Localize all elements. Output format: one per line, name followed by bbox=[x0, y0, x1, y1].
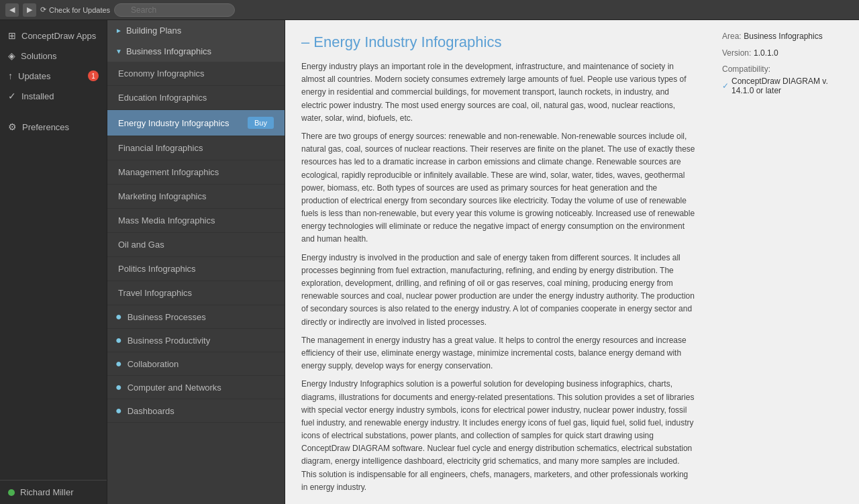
compat-info: Compatibility: ✓ ConceptDraw DIAGRAM v. … bbox=[722, 64, 848, 95]
bullet-business-productivity: ● bbox=[115, 334, 122, 346]
content-info-sidebar: Area: Business Infographics Version: 1.0… bbox=[711, 20, 859, 504]
list-item-financial[interactable]: Financial Infographics bbox=[107, 136, 285, 160]
refresh-icon: ⟳ bbox=[40, 5, 46, 14]
list-item-oil-gas[interactable]: Oil and Gas bbox=[107, 233, 285, 257]
sidebar-label-preferences: Preferences bbox=[22, 122, 69, 132]
user-name: Richard Miller bbox=[20, 487, 73, 497]
description-p2: There are two groups of energy sources: … bbox=[301, 130, 695, 246]
solutions-icon: ◈ bbox=[8, 50, 15, 61]
content-area: Energy Industry Infographics Energy indu… bbox=[285, 20, 859, 504]
updates-badge: 1 bbox=[88, 70, 99, 81]
section-business-infographics[interactable]: ▼ Business Infographics bbox=[107, 41, 285, 62]
sidebar-label-installed: Installed bbox=[21, 91, 54, 101]
buy-button-energy[interactable]: Buy bbox=[248, 117, 274, 129]
sub-item-dashboards[interactable]: ● Dashboards bbox=[107, 399, 285, 423]
area-value: Business Infographics bbox=[744, 32, 822, 41]
description-p1: Energy industry plays an important role … bbox=[301, 60, 695, 125]
top-bar: ◀ ▶ ⟳ Check for Updates 🔍 bbox=[0, 0, 859, 20]
back-button[interactable]: ◀ bbox=[5, 3, 19, 17]
section-building-plans[interactable]: ► Building Plans bbox=[107, 20, 285, 41]
sidebar-item-conceptdraw-apps[interactable]: ⊞ ConceptDraw Apps bbox=[0, 26, 107, 46]
area-label: Area: bbox=[722, 32, 742, 41]
version-info: Version: 1.0.1.0 bbox=[722, 48, 848, 58]
sidebar-item-solutions[interactable]: ◈ Solutions bbox=[0, 46, 107, 66]
list-item-politics[interactable]: Politics Infographics bbox=[107, 257, 285, 281]
list-item-travel[interactable]: Travel Infographics bbox=[107, 281, 285, 305]
area-info: Area: Business Infographics bbox=[722, 31, 848, 41]
list-item-energy[interactable]: Energy Industry Infographics Buy bbox=[107, 110, 285, 136]
search-wrapper: 🔍 bbox=[114, 3, 235, 17]
compat-value: ConceptDraw DIAGRAM v. 14.1.0 or later bbox=[731, 77, 848, 95]
installed-icon: ✓ bbox=[8, 91, 16, 101]
building-plans-label: Building Plans bbox=[126, 26, 181, 36]
list-item-marketing[interactable]: Marketing Infographics bbox=[107, 185, 285, 209]
sidebar-label-solutions: Solutions bbox=[21, 51, 56, 61]
compat-label: Compatibility: bbox=[722, 64, 848, 74]
compat-check-icon: ✓ bbox=[722, 81, 729, 91]
content-main: Energy Industry Infographics Energy indu… bbox=[285, 20, 711, 504]
search-input[interactable] bbox=[114, 3, 235, 17]
list-item-mass-media[interactable]: Mass Media Infographics bbox=[107, 209, 285, 233]
content-top: Energy Industry Infographics Energy indu… bbox=[285, 20, 859, 504]
list-item-education[interactable]: Education Infographics bbox=[107, 86, 285, 110]
updates-icon: ↑ bbox=[8, 70, 13, 81]
bullet-business-processes: ● bbox=[115, 311, 122, 323]
description-p4: The management in energy industry has a … bbox=[301, 334, 695, 373]
bullet-computer-networks: ● bbox=[115, 381, 122, 393]
user-status-dot bbox=[8, 489, 15, 496]
version-label: Version: bbox=[722, 48, 751, 58]
sidebar-label-apps: ConceptDraw Apps bbox=[21, 31, 96, 41]
forward-button[interactable]: ▶ bbox=[23, 3, 36, 17]
sub-item-computer-networks[interactable]: ● Computer and Networks bbox=[107, 376, 285, 399]
sidebar-label-updates: Updates bbox=[18, 71, 50, 81]
version-value: 1.0.1.0 bbox=[754, 48, 778, 58]
sidebar-item-preferences[interactable]: ⚙ Preferences bbox=[0, 117, 107, 137]
sidebar-item-updates[interactable]: ↑ Updates 1 bbox=[0, 66, 107, 86]
list-item-economy[interactable]: Economy Infographics bbox=[107, 62, 285, 86]
middle-list: ► Building Plans ▼ Business Infographics… bbox=[107, 20, 285, 504]
sidebar-user: Richard Miller bbox=[0, 480, 107, 504]
sub-item-business-processes[interactable]: ● Business Processes bbox=[107, 305, 285, 329]
business-infographics-label: Business Infographics bbox=[126, 46, 211, 56]
arrow-building-plans: ► bbox=[115, 27, 122, 34]
sidebar-item-installed[interactable]: ✓ Installed bbox=[0, 86, 107, 106]
arrow-business-infographics: ▼ bbox=[115, 48, 122, 55]
bullet-dashboards: ● bbox=[115, 405, 122, 417]
description-p5: Energy Industry Infographics solution is… bbox=[301, 378, 695, 494]
list-item-management[interactable]: Management Infographics bbox=[107, 160, 285, 185]
description-p3: Energy industry is involved in the produ… bbox=[301, 252, 695, 329]
sub-item-business-productivity[interactable]: ● Business Productivity bbox=[107, 329, 285, 352]
refresh-button[interactable]: ⟳ Check for Updates bbox=[40, 5, 110, 14]
apps-icon: ⊞ bbox=[8, 30, 16, 41]
main-layout: ⊞ ConceptDraw Apps ◈ Solutions ↑ Updates… bbox=[0, 20, 859, 504]
compat-value-row: ✓ ConceptDraw DIAGRAM v. 14.1.0 or later bbox=[722, 77, 848, 95]
refresh-label: Check for Updates bbox=[49, 6, 110, 14]
preferences-icon: ⚙ bbox=[8, 121, 17, 132]
page-title: Energy Industry Infographics bbox=[301, 34, 695, 51]
sub-item-collaboration[interactable]: ● Collaboration bbox=[107, 352, 285, 376]
sidebar: ⊞ ConceptDraw Apps ◈ Solutions ↑ Updates… bbox=[0, 20, 107, 504]
bullet-collaboration: ● bbox=[115, 358, 122, 370]
